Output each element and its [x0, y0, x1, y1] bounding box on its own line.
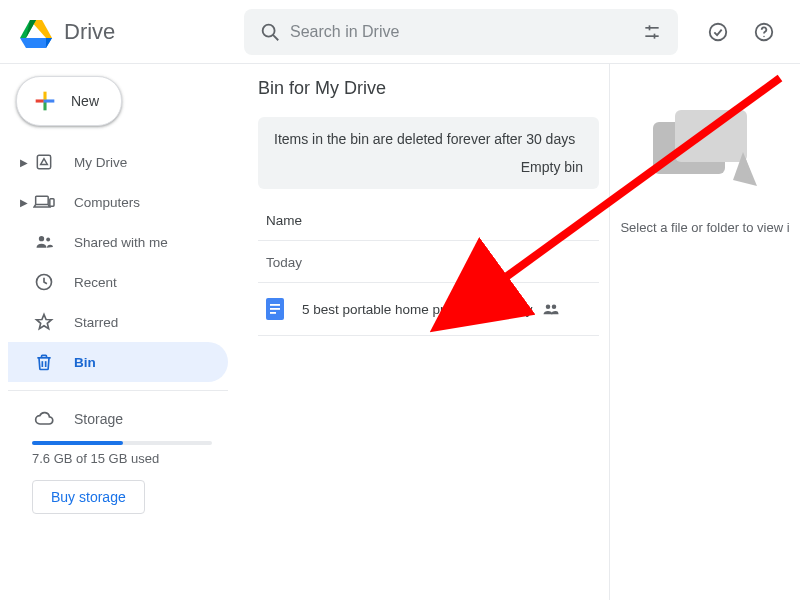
sidebar-item-bin[interactable]: Bin: [8, 342, 228, 382]
svg-marker-4: [46, 38, 52, 48]
svg-rect-28: [270, 312, 276, 314]
brand[interactable]: Drive: [16, 12, 244, 52]
svg-marker-16: [41, 159, 48, 165]
bin-icon: [32, 350, 56, 374]
sidebar-item-label: Shared with me: [74, 235, 168, 250]
details-pane: Select a file or folder to view i: [610, 64, 800, 600]
buy-storage-button[interactable]: Buy storage: [32, 480, 145, 514]
shared-icon: [32, 230, 56, 254]
topbar: Drive: [0, 0, 800, 64]
search-options-icon[interactable]: [632, 12, 672, 52]
recent-icon: [32, 270, 56, 294]
svg-marker-22: [37, 315, 52, 329]
storage-label: Storage: [74, 411, 123, 427]
svg-point-29: [546, 305, 551, 310]
sidebar: New ▶ My Drive ▶ Computers Shared with m…: [0, 64, 240, 600]
svg-point-20: [46, 238, 50, 242]
main: Bin for My Drive Items in the bin are de…: [240, 64, 800, 600]
star-icon: [32, 310, 56, 334]
drive-logo-icon: [16, 12, 56, 52]
brand-name: Drive: [64, 19, 115, 45]
sidebar-item-starred[interactable]: Starred: [8, 302, 228, 342]
svg-point-19: [39, 236, 44, 241]
expand-icon[interactable]: ▶: [16, 157, 32, 168]
file-pane: Bin for My Drive Items in the bin are de…: [240, 64, 610, 600]
column-header-name[interactable]: Name: [258, 209, 599, 241]
computers-icon: [32, 190, 56, 214]
sidebar-item-storage[interactable]: Storage: [8, 399, 228, 439]
page-title: Bin for My Drive: [258, 78, 599, 99]
sidebar-item-computers[interactable]: ▶ Computers: [8, 182, 228, 222]
cloud-icon: [32, 407, 56, 431]
shared-badge-icon: [542, 302, 560, 316]
file-row[interactable]: 5 best portable home projectors to buy: [258, 283, 599, 336]
details-placeholder-icon: [645, 104, 765, 194]
storage-bar: [32, 441, 212, 445]
new-button-label: New: [71, 93, 99, 109]
sidebar-item-mydrive[interactable]: ▶ My Drive: [8, 142, 228, 182]
group-header-today: Today: [258, 241, 599, 283]
topbar-right: [678, 12, 784, 52]
sidebar-item-label: Starred: [74, 315, 118, 330]
divider: [8, 390, 228, 391]
svg-rect-18: [50, 199, 54, 207]
sidebar-item-label: My Drive: [74, 155, 127, 170]
search-icon[interactable]: [250, 12, 290, 52]
svg-rect-17: [36, 196, 49, 204]
layout: New ▶ My Drive ▶ Computers Shared with m…: [0, 64, 800, 600]
empty-bin-button[interactable]: Empty bin: [521, 159, 583, 175]
svg-line-7: [273, 34, 278, 39]
banner-text: Items in the bin are deleted forever aft…: [274, 131, 583, 147]
svg-point-6: [263, 24, 275, 36]
expand-icon[interactable]: ▶: [16, 197, 32, 208]
sidebar-item-label: Computers: [74, 195, 140, 210]
help-icon[interactable]: [744, 12, 784, 52]
svg-rect-26: [270, 304, 280, 306]
sidebar-item-label: Bin: [74, 355, 96, 370]
details-hint: Select a file or folder to view i: [620, 220, 789, 235]
svg-point-30: [552, 305, 557, 310]
mydrive-icon: [32, 150, 56, 174]
docs-icon: [266, 297, 286, 321]
offline-ready-icon[interactable]: [698, 12, 738, 52]
sidebar-item-shared[interactable]: Shared with me: [8, 222, 228, 262]
plus-icon: [31, 87, 59, 115]
info-banner: Items in the bin are deleted forever aft…: [258, 117, 599, 189]
sidebar-item-recent[interactable]: Recent: [8, 262, 228, 302]
sidebar-item-label: Recent: [74, 275, 117, 290]
svg-point-14: [763, 35, 764, 36]
svg-rect-32: [675, 110, 747, 162]
storage-fill: [32, 441, 123, 445]
svg-rect-27: [270, 308, 280, 310]
storage-text: 7.6 GB of 15 GB used: [8, 451, 228, 466]
search-input[interactable]: [290, 23, 632, 41]
search-bar[interactable]: [244, 9, 678, 55]
svg-point-12: [710, 23, 727, 40]
new-button[interactable]: New: [16, 76, 122, 126]
file-name: 5 best portable home projectors to buy: [302, 302, 532, 317]
